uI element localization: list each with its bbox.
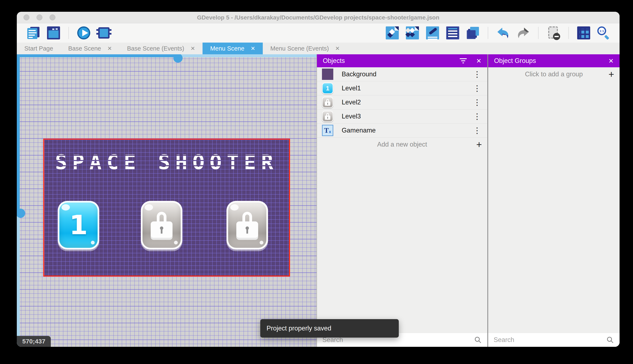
icon-art [236,222,258,240]
vertical-scrollbar-thumb[interactable] [17,54,20,214]
icon-art [151,222,173,240]
icon-art [157,212,166,222]
tab-base-scene[interactable]: Base Scene ✕ [61,42,119,54]
titlebar: GDevelop 5 - /Users/dkarakay/Documents/G… [17,12,619,23]
lock-icon [325,99,330,106]
cursor-coordinates: 570;437 [17,336,51,347]
kebab-menu-icon[interactable]: ⋮ [467,70,487,79]
grid-icon[interactable] [577,26,590,40]
add-new-object-label: Add a new object [317,138,487,152]
toolbar-divider [488,27,488,39]
save-toast: Project properly saved [260,319,399,338]
vertical-scrollbar[interactable] [17,54,20,347]
toolbar-right-group [386,26,619,40]
kebab-menu-icon[interactable]: ⋮ [467,112,487,121]
scene-canvas[interactable]: SPACE SHOOTER 1 [17,54,317,347]
vertical-scrollbar-marker[interactable] [17,209,25,218]
lock-icon [236,212,258,240]
object-row-level1[interactable]: 1 Level1 ⋮ [317,81,487,96]
debug-icon[interactable] [97,26,110,40]
level3-button-instance[interactable] [226,201,268,250]
level1-button-instance[interactable]: 1 [58,201,99,250]
horizontal-scrollbar[interactable] [17,54,316,57]
toolbar-divider [68,27,69,39]
groups-search-input[interactable] [488,336,606,344]
icon-art [160,226,163,230]
object-row-level2[interactable]: Level2 ⋮ [317,96,487,110]
tab-close-icon[interactable]: ✕ [335,45,340,52]
add-new-object-button[interactable]: Add a new object + [317,138,487,152]
level2-button-instance[interactable] [141,201,182,250]
tab-label: Start Page [24,45,53,52]
filter-icon[interactable] [459,58,467,63]
toolbar [17,23,619,42]
tab-label: Menu Scene [210,45,244,52]
icon-art [98,27,110,38]
layers-editor-icon[interactable] [466,26,479,40]
window-title: GDevelop 5 - /Users/dkarakay/Documents/G… [17,12,619,23]
toolbar-divider [568,27,569,39]
text-object-thumbnail: Tx [322,125,333,136]
preview-play-icon[interactable] [77,26,90,40]
search-icon [474,336,482,344]
close-icon[interactable]: ✕ [608,57,614,64]
object-groups-editor-icon[interactable] [406,26,419,40]
undo-icon[interactable] [497,26,510,40]
add-group-button[interactable]: Click to add a group + [488,67,619,81]
tab-close-icon[interactable]: ✕ [251,45,255,52]
objects-panel-title: Objects [323,57,450,64]
gamename-text-instance[interactable]: SPACE SHOOTER [44,150,289,174]
kebab-menu-icon[interactable]: ⋮ [467,84,487,93]
main-area: SPACE SHOOTER 1 [17,54,619,347]
object-row-level3[interactable]: Level3 ⋮ [317,110,487,124]
background-thumbnail [322,68,333,80]
horizontal-scrollbar-thumb[interactable] [17,54,180,57]
scene-editor-icon[interactable] [47,26,60,40]
tab-close-icon[interactable]: ✕ [191,45,195,52]
level1-number: 1 [59,210,98,240]
icon-art [517,26,530,40]
horizontal-scrollbar-marker[interactable] [173,54,183,63]
tab-base-scene-events[interactable]: Base Scene (Events) ✕ [119,42,202,54]
kebab-menu-icon[interactable]: ⋮ [467,98,487,107]
locked-button-thumbnail [322,111,333,122]
tab-start-page[interactable]: Start Page [17,42,61,54]
gdevelop-window: GDevelop 5 - /Users/dkarakay/Documents/G… [17,12,619,347]
objects-panel: Objects ✕ Background ⋮ 1 Level1 ⋮ [317,54,487,347]
search-icon [606,336,614,344]
object-row-background[interactable]: Background ⋮ [317,67,487,81]
desktop-backdrop: GDevelop 5 - /Users/dkarakay/Documents/G… [0,0,633,364]
tab-close-icon[interactable]: ✕ [107,45,112,52]
zoom-1-1-icon[interactable] [597,26,610,40]
icon-art [497,26,510,40]
tab-label: Base Scene (Events) [127,45,184,52]
icon-art [245,226,249,230]
tab-bar: Start Page Base Scene ✕ Base Scene (Even… [17,42,619,54]
objects-panel-header: Objects ✕ [317,54,487,67]
object-name: Level2 [342,98,467,106]
plus-icon: + [608,67,614,81]
close-icon[interactable]: ✕ [476,57,481,64]
project-manager-icon[interactable] [27,26,40,40]
objects-panel-empty-space [317,152,487,333]
kebab-menu-icon[interactable]: ⋮ [467,126,487,135]
add-group-label: Click to add a group [488,67,619,81]
groups-panel-empty-space [488,81,619,333]
object-groups-panel-header: Object Groups ✕ [488,54,619,67]
instances-list-icon[interactable] [446,26,459,40]
level1-button-thumbnail: 1 [322,82,333,94]
properties-icon[interactable] [426,26,439,40]
icon-art [242,212,252,222]
plus-icon: + [476,138,482,152]
object-name: Level1 [342,84,467,92]
tab-label: Base Scene [68,45,101,52]
tab-menu-scene-events[interactable]: Menu Scene (Events) ✕ [263,42,347,54]
object-name: Gamename [342,127,467,134]
redo-icon[interactable] [517,26,530,40]
selected-scene-background[interactable]: SPACE SHOOTER 1 [43,138,290,276]
mask-icon[interactable] [547,26,560,40]
object-row-gamename[interactable]: Tx Gamename ⋮ [317,124,487,138]
toolbar-divider [538,27,539,39]
tab-menu-scene[interactable]: Menu Scene ✕ [202,42,263,54]
objects-editor-icon[interactable] [386,26,399,40]
